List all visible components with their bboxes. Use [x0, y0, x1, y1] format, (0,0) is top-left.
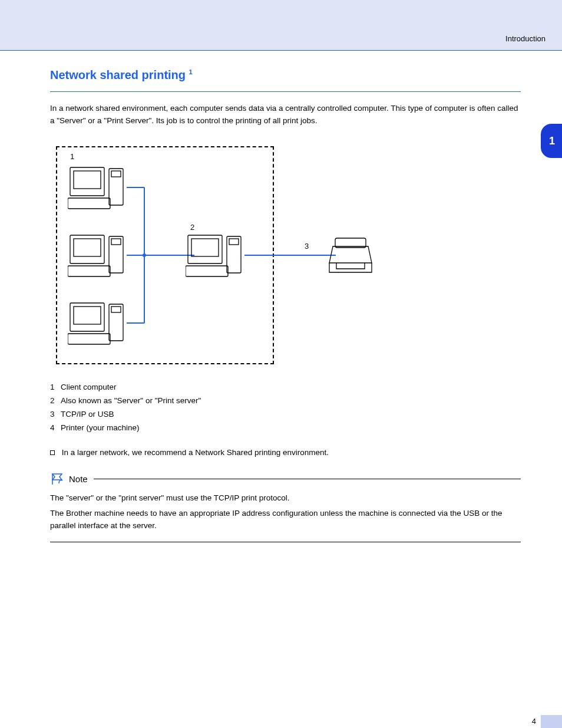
svg-rect-8 [74, 171, 101, 189]
svg-rect-26 [229, 239, 239, 245]
svg-rect-12 [70, 235, 104, 263]
svg-rect-14 [68, 266, 110, 276]
diagram-legend: 1Client computer 2Also known as "Server"… [50, 381, 521, 435]
client-computer-icon [68, 301, 133, 347]
svg-rect-19 [68, 334, 110, 344]
note-text-1: The "server" or the "print server" must … [50, 492, 521, 505]
svg-rect-7 [70, 167, 104, 196]
intro-paragraph: In a network shared environment, each co… [50, 103, 521, 127]
section-rule [50, 91, 521, 92]
legend-item: 4Printer (your machine) [50, 421, 521, 435]
svg-rect-18 [74, 307, 101, 324]
diagram-label-2: 2 [190, 223, 194, 232]
svg-rect-13 [74, 239, 101, 256]
legend-item: 1Client computer [50, 381, 521, 394]
svg-rect-9 [68, 198, 110, 209]
svg-rect-17 [70, 303, 104, 331]
printer-icon [327, 233, 380, 279]
network-diagram: 1 2 3 [50, 140, 380, 370]
svg-rect-22 [188, 235, 222, 263]
note-end-rule [50, 542, 521, 542]
svg-rect-21 [111, 307, 121, 312]
note-icon [50, 472, 64, 486]
note-label: Note [69, 474, 88, 484]
heading-sup: 1 [189, 68, 193, 75]
svg-rect-11 [111, 171, 121, 177]
page-header: Introduction [0, 0, 562, 51]
page-number: 4 [532, 717, 536, 726]
legend-item: 3TCP/IP or USB [50, 408, 521, 421]
section-heading: Network shared printing 1 [50, 68, 521, 82]
svg-point-5 [143, 253, 146, 257]
note-block: Note The "server" or the "print server" … [50, 472, 521, 543]
legend-item: 2Also known as "Server" or "Print server… [50, 394, 521, 408]
client-computer-icon [68, 165, 133, 211]
recommendation-bullet: In a larger network, we recommend a Netw… [50, 447, 521, 459]
running-title: Introduction [505, 34, 546, 43]
svg-rect-16 [111, 239, 121, 245]
page-number-tab [541, 715, 562, 728]
page-content: Network shared printing 1 In a network s… [0, 51, 562, 542]
server-computer-icon [186, 233, 250, 279]
bullet-icon [50, 450, 55, 455]
note-rule [94, 479, 521, 479]
diagram-label-3: 3 [305, 242, 309, 251]
client-computer-icon [68, 233, 133, 279]
note-text-2: The Brother machine needs to have an app… [50, 508, 521, 532]
svg-rect-23 [191, 239, 219, 256]
svg-rect-24 [186, 266, 228, 276]
diagram-label-1: 1 [70, 152, 74, 161]
